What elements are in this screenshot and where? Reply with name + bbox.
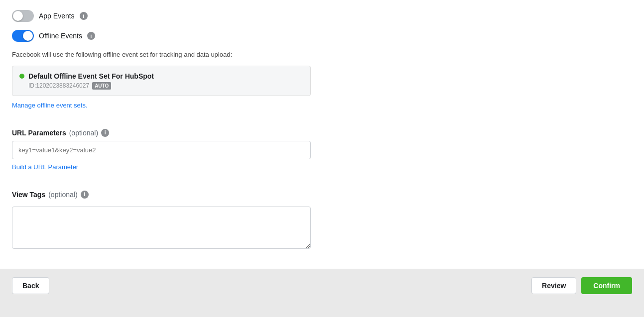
bottom-bar: Back Review Confirm xyxy=(0,269,644,302)
manage-offline-link[interactable]: Manage offline event sets. xyxy=(12,102,88,109)
app-events-row: App Events i xyxy=(12,10,632,22)
app-events-label: App Events xyxy=(39,12,75,20)
url-parameters-optional: (optional) xyxy=(69,129,98,137)
main-panel: App Events i Offline Events i Facebook w… xyxy=(0,0,644,269)
back-button[interactable]: Back xyxy=(12,277,49,294)
event-set-id-row: ID:1202023883246027 AUTO xyxy=(28,82,303,90)
app-events-toggle[interactable] xyxy=(12,10,34,22)
event-set-name: Default Offline Event Set For HubSpot xyxy=(28,72,154,80)
event-set-id-text: ID:1202023883246027 xyxy=(28,82,89,89)
url-parameters-label: URL Parameters xyxy=(12,129,66,137)
url-parameters-input[interactable] xyxy=(12,141,311,159)
view-tags-label-row: View Tags (optional) i xyxy=(12,191,632,199)
build-url-parameter-link[interactable]: Build a URL Parameter xyxy=(12,163,78,171)
view-tags-info-icon[interactable]: i xyxy=(81,191,89,199)
view-tags-section: View Tags (optional) i xyxy=(12,191,632,250)
offline-events-info-icon[interactable]: i xyxy=(87,32,95,40)
view-tags-optional: (optional) xyxy=(48,191,77,199)
url-parameters-label-row: URL Parameters (optional) i xyxy=(12,129,632,137)
event-set-card: Default Offline Event Set For HubSpot ID… xyxy=(12,66,311,96)
auto-badge: AUTO xyxy=(92,82,111,90)
url-parameters-section: URL Parameters (optional) i Build a URL … xyxy=(12,129,632,181)
offline-events-row: Offline Events i xyxy=(12,30,632,42)
view-tags-textarea[interactable] xyxy=(12,207,311,249)
confirm-button[interactable]: Confirm xyxy=(581,277,632,294)
review-button[interactable]: Review xyxy=(531,277,576,294)
green-dot-icon xyxy=(19,74,24,79)
event-set-header: Default Offline Event Set For HubSpot xyxy=(19,72,303,80)
app-events-info-icon[interactable]: i xyxy=(80,12,88,20)
offline-events-label: Offline Events xyxy=(39,32,82,40)
right-buttons: Review Confirm xyxy=(531,277,632,294)
url-parameters-info-icon[interactable]: i xyxy=(101,129,109,137)
offline-events-toggle[interactable] xyxy=(12,30,34,42)
view-tags-label: View Tags xyxy=(12,191,45,199)
offline-events-description: Facebook will use the following offline … xyxy=(12,50,632,60)
